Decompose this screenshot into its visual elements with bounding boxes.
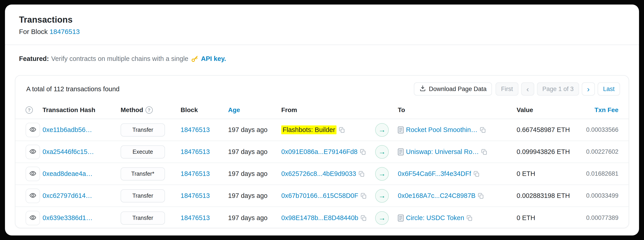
download-page-data-button[interactable]: Download Page Data xyxy=(414,82,492,96)
cell-age: 197 days ago xyxy=(228,214,281,222)
cell-block: 18476513 xyxy=(180,170,228,177)
block-number-link[interactable]: 18476513 xyxy=(50,28,80,35)
preview-transaction-button[interactable] xyxy=(26,145,40,159)
cell-block: 18476513 xyxy=(180,214,228,222)
from-address-link[interactable]: 0x091E086a...E79146Fd8 xyxy=(281,148,358,156)
card-toolbar: A total of 112 transactions found Downlo… xyxy=(16,76,628,101)
transaction-hash-link[interactable]: 0xc62797d614… xyxy=(42,192,92,199)
block-link[interactable]: 18476513 xyxy=(180,170,210,177)
age-text: 197 days ago xyxy=(228,170,268,177)
from-address-link[interactable]: 0x625726c8...4bE9d9033 xyxy=(281,170,356,177)
cell-eye xyxy=(26,145,42,159)
preview-transaction-button[interactable] xyxy=(26,189,40,203)
help-icon[interactable]: ? xyxy=(146,106,153,114)
arrow-right-icon: → xyxy=(375,145,389,159)
copy-icon[interactable] xyxy=(360,215,367,221)
cell-eye xyxy=(26,123,42,137)
copy-icon[interactable] xyxy=(474,171,480,177)
transaction-hash-link[interactable]: 0xa25446f6c15… xyxy=(42,148,94,156)
txn-fee-toggle-link[interactable]: Txn Fee xyxy=(594,106,618,114)
copy-icon[interactable] xyxy=(466,215,473,221)
from-address-link[interactable]: 0x98E1478b...E8D48440b xyxy=(281,214,358,222)
cell-hash: 0xa25446f6c15… xyxy=(42,148,120,156)
cell-method: Transfer xyxy=(120,189,180,202)
api-key-link[interactable]: API key. xyxy=(201,55,226,63)
copy-icon[interactable] xyxy=(339,127,345,133)
cell-arrow: → xyxy=(375,211,398,225)
copy-icon[interactable] xyxy=(478,193,484,199)
cell-txn-fee: 0.00033566 xyxy=(582,126,618,133)
eye-icon xyxy=(29,170,36,178)
preview-transaction-button[interactable] xyxy=(26,167,40,181)
eye-icon xyxy=(29,214,36,222)
value-text: 0.002883198 ETH xyxy=(516,192,570,199)
txn-fee-text: 0.00227602 xyxy=(586,148,618,155)
cell-eye xyxy=(26,189,42,203)
arrow-right-icon: → xyxy=(375,211,389,225)
preview-transaction-button[interactable] xyxy=(26,211,40,225)
cell-to: 0x6F54Ca6F...3f4e34DFf xyxy=(398,170,516,177)
cell-from: 0x98E1478b...E8D48440b xyxy=(281,214,375,222)
pagination-next-button[interactable]: › xyxy=(582,82,595,96)
copy-icon[interactable] xyxy=(360,193,367,199)
cell-age: 197 days ago xyxy=(228,148,281,156)
preview-transaction-button[interactable] xyxy=(26,123,40,137)
block-link[interactable]: 18476513 xyxy=(180,214,210,222)
copy-icon[interactable] xyxy=(358,171,365,177)
cell-txn-fee: 0.00227602 xyxy=(582,148,618,155)
to-address-link[interactable]: Rocket Pool Smoothin… xyxy=(406,126,478,134)
table-row: 0x639e3386d1… Transfer 18476513 197 days… xyxy=(16,207,628,228)
pagination-last-button[interactable]: Last xyxy=(598,82,620,96)
cell-hash: 0xead8deae4a… xyxy=(42,170,120,177)
transaction-hash-link[interactable]: 0xe11b6adb56… xyxy=(42,126,92,134)
cell-method: Transfer* xyxy=(120,167,180,180)
chevron-left-icon: ‹ xyxy=(526,85,529,93)
cell-from: Flashbots: Builder xyxy=(281,125,375,134)
copy-icon[interactable] xyxy=(360,149,366,155)
table-row: 0xc62797d614… Transfer 18476513 197 days… xyxy=(16,185,628,207)
to-address-link[interactable]: Uniswap: Universal Ro… xyxy=(406,148,479,156)
cell-eye xyxy=(26,167,42,181)
copy-icon[interactable] xyxy=(481,149,488,155)
cell-age: 197 days ago xyxy=(228,126,281,134)
cell-hash: 0xe11b6adb56… xyxy=(42,126,120,134)
cell-eye xyxy=(26,211,42,225)
from-address-link[interactable]: 0x67b70166...615C58D0F xyxy=(281,192,358,199)
table-row: 0xa25446f6c15… Execute 18476513 197 days… xyxy=(16,141,628,163)
eye-icon xyxy=(29,148,36,156)
to-address-link[interactable]: 0x6F54Ca6F...3f4e34DFf xyxy=(398,170,471,177)
table-row: 0xead8deae4a… Transfer* 18476513 197 day… xyxy=(16,163,628,185)
method-badge: Transfer xyxy=(120,211,165,224)
txn-fee-text: 0.00033566 xyxy=(586,126,618,133)
cell-to: Rocket Pool Smoothin… xyxy=(398,126,516,134)
transaction-hash-link[interactable]: 0xead8deae4a… xyxy=(42,170,92,177)
from-address-link[interactable]: Flashbots: Builder xyxy=(281,125,336,134)
toolbar-actions: Download Page Data First ‹ Page 1 of 3 ›… xyxy=(414,82,620,96)
pagination-first-button: First xyxy=(496,82,518,96)
chevron-right-icon: › xyxy=(587,85,590,93)
cell-value: 0 ETH xyxy=(516,170,582,177)
cell-age: 197 days ago xyxy=(228,170,281,177)
block-link[interactable]: 18476513 xyxy=(180,192,210,199)
age-text: 197 days ago xyxy=(228,126,268,134)
to-address-link[interactable]: 0x0e168A7c...C24C8987B xyxy=(398,192,476,199)
help-icon[interactable]: ? xyxy=(26,106,33,114)
cell-txn-fee: 0.01682681 xyxy=(582,170,618,177)
table-body: 0xe11b6adb56… Transfer 18476513 197 days… xyxy=(16,119,628,228)
age-sort-link[interactable]: Age xyxy=(228,106,240,114)
copy-icon[interactable] xyxy=(480,127,486,133)
cell-age: 197 days ago xyxy=(228,192,281,199)
block-link[interactable]: 18476513 xyxy=(180,148,210,156)
cell-block: 18476513 xyxy=(180,192,228,199)
to-address-link[interactable]: Circle: USDC Token xyxy=(406,214,464,222)
transaction-hash-link[interactable]: 0x639e3386d1… xyxy=(42,214,92,222)
pagination: First ‹ Page 1 of 3 › Last xyxy=(496,82,620,96)
header-to: To xyxy=(398,106,516,114)
cell-method: Transfer xyxy=(120,211,180,224)
age-text: 197 days ago xyxy=(228,148,268,156)
cell-from: 0x67b70166...615C58D0F xyxy=(281,192,375,199)
value-text: 0 ETH xyxy=(516,170,535,177)
block-link[interactable]: 18476513 xyxy=(180,126,210,134)
arrow-right-icon: → xyxy=(375,123,389,137)
page-subtitle: For Block 18476513 xyxy=(19,28,625,36)
